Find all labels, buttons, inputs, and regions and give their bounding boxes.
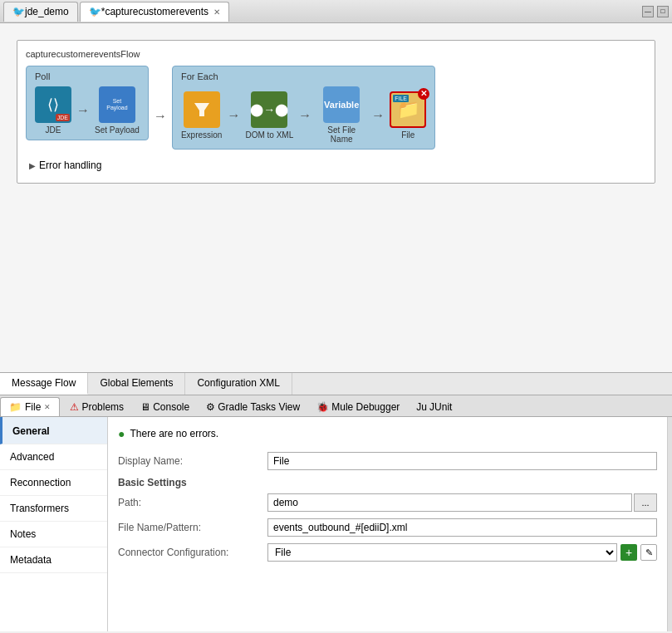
sidebar-item-reconnection[interactable]: Reconnection bbox=[0, 470, 107, 496]
sidebar-item-notes[interactable]: Notes bbox=[0, 522, 107, 547]
connector-config-label: Connector Configuration: bbox=[118, 547, 267, 558]
domtoxml-node[interactable]: ⬤→⬤ DOM to XML bbox=[245, 91, 293, 140]
mule-icon: 🐞 bbox=[316, 401, 329, 413]
setvariable-icon: Variable bbox=[323, 86, 360, 123]
panel-tab-file[interactable]: 📁 File ✕ bbox=[0, 397, 60, 416]
error-handling-chevron: ▶ bbox=[29, 161, 36, 170]
path-label: Path: bbox=[118, 497, 267, 508]
sidebar-item-general[interactable]: General bbox=[0, 417, 107, 444]
problems-label: Problems bbox=[81, 401, 124, 413]
tab-jde-demo[interactable]: 🐦 jde_demo bbox=[3, 2, 78, 22]
configuration-xml-tab-label: Configuration XML bbox=[197, 377, 279, 389]
connector-edit-button[interactable]: ✎ bbox=[640, 544, 657, 561]
tab-gradle[interactable]: ⚙ Gradle Tasks View bbox=[198, 398, 308, 416]
path-input-group: ... bbox=[267, 493, 657, 512]
advanced-label: Advanced bbox=[10, 451, 54, 463]
basic-settings-title: Basic Settings bbox=[118, 477, 657, 488]
jde-node[interactable]: ⟨⟩ JDE JDE bbox=[35, 86, 71, 135]
capture-tab-icon: 🐦 bbox=[89, 6, 101, 17]
setvariable-node[interactable]: Variable Set File Name bbox=[316, 86, 366, 144]
setpayload-node-label: Set Payload bbox=[95, 125, 140, 135]
folder-icon: 📁 bbox=[9, 401, 22, 413]
capture-tab-close[interactable]: ✕ bbox=[213, 7, 220, 17]
flow-canvas: capturecustomereventsFlow Poll ⟨⟩ JDE JD… bbox=[17, 40, 655, 184]
sidebar-item-advanced[interactable]: Advanced bbox=[0, 444, 107, 470]
arrow-dom-setvariable: → bbox=[297, 108, 313, 123]
console-icon: 🖥 bbox=[140, 401, 150, 413]
filename-input[interactable] bbox=[267, 518, 657, 537]
setvariable-node-label: Set File Name bbox=[316, 125, 366, 144]
console-label: Console bbox=[153, 401, 189, 413]
tab-configuration-xml[interactable]: Configuration XML bbox=[185, 373, 292, 395]
maximize-button[interactable]: □ bbox=[657, 6, 669, 17]
window-controls: — □ bbox=[642, 6, 669, 17]
sidebar: General Advanced Reconnection Transforme… bbox=[0, 417, 108, 631]
tab-global-elements[interactable]: Global Elements bbox=[88, 373, 185, 395]
problems-icon: ⚠ bbox=[70, 401, 79, 413]
metadata-label: Metadata bbox=[10, 554, 52, 566]
expression-node-label: Expression bbox=[181, 130, 222, 140]
status-message: There are no errors. bbox=[130, 428, 218, 439]
notes-label: Notes bbox=[10, 528, 36, 540]
display-name-row: Display Name: bbox=[118, 452, 657, 470]
capture-tab-label: *capturecustomerevents bbox=[101, 6, 208, 17]
filename-label: File Name/Pattern: bbox=[118, 522, 267, 533]
file-type-badge: FILE bbox=[393, 95, 409, 102]
jde-tab-icon: 🐦 bbox=[12, 6, 25, 17]
setpayload-text: SetPayload bbox=[106, 98, 127, 112]
jde-node-label: JDE bbox=[46, 125, 61, 135]
connector-config-select[interactable]: File bbox=[267, 543, 617, 562]
path-input[interactable] bbox=[267, 493, 632, 512]
domtoxml-node-label: DOM to XML bbox=[245, 130, 293, 140]
display-name-input[interactable] bbox=[267, 452, 657, 470]
expression-node[interactable]: Expression bbox=[181, 91, 222, 140]
jde-icon: ⟨⟩ JDE bbox=[35, 86, 71, 123]
tab-capturecustomerevents[interactable]: 🐦 *capturecustomerevents ✕ bbox=[80, 2, 229, 22]
jde-arrows-icon: ⟨⟩ bbox=[47, 96, 59, 114]
arrow-expr-dom: → bbox=[225, 108, 242, 123]
path-browse-button[interactable]: ... bbox=[634, 493, 657, 512]
tab-message-flow[interactable]: Message Flow bbox=[0, 373, 88, 395]
gradle-icon: ⚙ bbox=[206, 401, 215, 413]
editor-area: capturecustomereventsFlow Poll ⟨⟩ JDE JD… bbox=[0, 23, 672, 372]
panel-tab-file-close[interactable]: ✕ bbox=[44, 403, 51, 411]
general-label: General bbox=[12, 425, 50, 437]
file-badge: ✕ bbox=[418, 88, 429, 100]
funnel-svg bbox=[193, 101, 211, 119]
poll-flow-row: ⟨⟩ JDE JDE → SetPayload Set Payload bbox=[35, 86, 140, 135]
tab-mule-debugger[interactable]: 🐞 Mule Debugger bbox=[308, 398, 408, 416]
foreach-section: For Each Expression → bbox=[172, 66, 435, 150]
minimize-button[interactable]: — bbox=[642, 6, 654, 17]
global-elements-tab-label: Global Elements bbox=[100, 377, 173, 389]
sidebar-item-transformers[interactable]: Transformers bbox=[0, 496, 107, 522]
tab-console[interactable]: 🖥 Console bbox=[132, 398, 198, 416]
flow-sections: Poll ⟨⟩ JDE JDE → SetPayload bbox=[26, 66, 646, 150]
poll-section: Poll ⟨⟩ JDE JDE → SetPayload bbox=[26, 66, 149, 140]
panel-tab-file-label: File bbox=[25, 401, 41, 413]
connector-config-group: File + ✎ bbox=[267, 543, 657, 562]
bottom-tabs: Message Flow Global Elements Configurati… bbox=[0, 372, 672, 395]
reconnection-label: Reconnection bbox=[10, 477, 71, 488]
message-flow-tab-label: Message Flow bbox=[12, 377, 76, 389]
error-handling-label: Error handling bbox=[39, 159, 101, 171]
scrollbar[interactable] bbox=[667, 417, 672, 631]
tab-problems[interactable]: ⚠ Problems bbox=[61, 398, 132, 416]
domtoxml-icon: ⬤→⬤ bbox=[251, 91, 287, 128]
flow-title: capturecustomereventsFlow bbox=[26, 49, 646, 59]
title-bar: 🐦 jde_demo 🐦 *capturecustomerevents ✕ — … bbox=[0, 0, 672, 23]
gradle-label: Gradle Tasks View bbox=[218, 401, 300, 413]
tab-junit[interactable]: Ju JUnit bbox=[408, 398, 460, 416]
svg-marker-0 bbox=[194, 103, 209, 116]
content-area: ● There are no errors. Display Name: Bas… bbox=[108, 417, 667, 631]
junit-icon: Ju bbox=[416, 401, 427, 413]
file-node[interactable]: ✕ 📁 FILE File bbox=[390, 91, 426, 140]
mule-label: Mule Debugger bbox=[331, 401, 400, 413]
file-icon: ✕ 📁 FILE bbox=[390, 91, 426, 128]
sidebar-item-metadata[interactable]: Metadata bbox=[0, 547, 107, 573]
error-handling[interactable]: ▶ Error handling bbox=[26, 156, 646, 174]
arrow-poll-foreach: → bbox=[152, 109, 169, 124]
setvariable-symbol: Variable bbox=[324, 100, 359, 110]
display-name-label: Display Name: bbox=[118, 455, 267, 467]
setpayload-node[interactable]: SetPayload Set Payload bbox=[95, 86, 140, 135]
connector-add-button[interactable]: + bbox=[620, 544, 637, 561]
